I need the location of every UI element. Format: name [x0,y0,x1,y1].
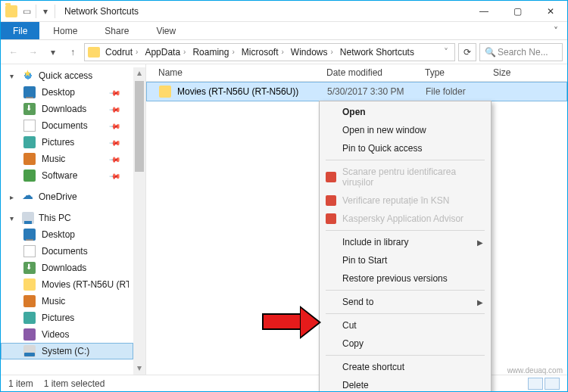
refresh-button[interactable]: ⟳ [458,43,476,61]
menu-item[interactable]: Restore previous versions [320,269,491,288]
software-icon [23,170,36,182]
folder-icon [23,278,36,291]
pin-icon: 📌 [109,86,121,98]
pc-icon [22,212,34,224]
sidebar-item[interactable]: Desktop📌 [1,84,133,101]
breadcrumb: Roaming› [191,47,239,58]
share-tab[interactable]: Share [91,22,142,39]
column-size[interactable]: Size [487,67,567,78]
menu-item[interactable]: Cut [320,316,491,334]
sidebar-item[interactable]: Movies (RT-N56U (RT-N5 [1,276,133,293]
back-button[interactable]: ← [5,44,22,61]
folder-icon [88,47,100,58]
menu-item[interactable]: Open [320,103,491,121]
app-icon [326,195,336,206]
column-headers[interactable]: Name Date modified Type Size [146,64,567,82]
app-icon [326,172,336,182]
breadcrumb: Windows› [289,47,338,58]
pin-icon: 📌 [109,170,121,182]
address-bar[interactable]: Codrut› AppData› Roaming› Microsoft› Win… [84,43,455,61]
cloud-icon [22,191,34,203]
sidebar-item[interactable]: Music [1,293,133,310]
menu-item[interactable]: Scanare pentru identificarea virușilor [320,163,491,191]
thumbnails-view-button[interactable] [545,378,560,390]
minimize-button[interactable]: — [467,1,501,22]
sidebar-item[interactable]: Pictures📌 [1,134,133,151]
column-type[interactable]: Type [419,67,487,78]
chevron-right-icon: ▶ [477,298,483,306]
file-name: Movies (RT-N56U (RT-N56U)) [177,86,298,97]
desktop-icon [23,86,36,98]
file-date: 5/30/2017 3:30 PM [321,86,420,97]
sidebar-item[interactable]: Documents📌 [1,117,133,134]
forward-button[interactable]: → [25,44,42,61]
pin-icon: 📌 [109,103,121,115]
close-button[interactable]: ✕ [534,1,567,22]
sidebar-item[interactable]: Music📌 [1,151,133,167]
menu-item[interactable]: Kaspersky Application Advisor [320,210,491,228]
menu-item[interactable]: Pin to Start [320,251,491,269]
music-icon [23,295,36,307]
address-dropdown-icon[interactable]: ˅ [441,47,451,58]
sidebar-item[interactable]: Pictures [1,310,133,326]
window-title: Network Shortcuts [60,6,467,17]
desktop-icon [23,229,36,241]
up-button[interactable]: ↑ [64,44,81,61]
pin-icon: 📌 [109,120,121,132]
pictures-icon [23,312,36,324]
file-type: File folder [420,86,488,97]
menu-item[interactable]: Verificare reputație în KSN [320,191,491,210]
videos-icon [23,328,36,341]
sidebar-item[interactable]: Videos [1,326,133,343]
qat-dropdown-icon[interactable]: ▾ [39,5,51,17]
pictures-icon [23,136,36,148]
maximize-button[interactable]: ▢ [501,1,534,22]
sidebar-item[interactable]: Downloads [1,260,133,276]
pin-icon: 📌 [109,136,121,148]
file-tab[interactable]: File [1,22,39,39]
chevron-right-icon: ▶ [477,238,483,247]
documents-icon [23,120,36,132]
qat-new-folder-icon[interactable]: ▭ [20,5,33,17]
column-date[interactable]: Date modified [320,67,419,78]
sidebar-item[interactable]: System (C:) [1,343,133,359]
menu-item[interactable]: Delete [320,376,491,392]
star-icon [22,70,34,82]
breadcrumb: Codrut› [104,47,142,58]
expand-ribbon-button[interactable]: ˅ [545,22,567,39]
status-item-count: 1 item [8,378,33,389]
home-tab[interactable]: Home [39,22,91,39]
sidebar-item[interactable]: Desktop [1,226,133,243]
recent-locations-button[interactable]: ▾ [45,44,61,61]
menu-item[interactable]: Open in new window [320,121,491,139]
sidebar-item[interactable]: Software📌 [1,167,133,184]
breadcrumb: Microsoft› [240,47,289,58]
annotation-arrow [262,313,300,330]
file-row[interactable]: Movies (RT-N56U (RT-N56U)) 5/30/2017 3:3… [146,82,567,101]
details-view-button[interactable] [528,378,543,390]
search-placeholder: Search Ne... [498,47,548,58]
search-box[interactable]: 🔍 Search Ne... [479,43,563,61]
breadcrumb: AppData› [143,47,190,58]
title-bar: ▭ ▾ Network Shortcuts — ▢ ✕ [1,1,567,22]
sidebar-onedrive[interactable]: ▸ OneDrive [1,188,133,205]
documents-icon [23,245,36,257]
sidebar-quick-access[interactable]: ▾ Quick access [1,67,133,84]
menu-item[interactable]: Pin to Quick access [320,139,491,157]
menu-item[interactable]: Create shortcut [320,358,491,376]
downloads-icon [23,262,36,274]
view-tab[interactable]: View [142,22,189,39]
context-menu: OpenOpen in new windowPin to Quick acces… [319,101,492,392]
status-selected: 1 item selected [44,378,105,389]
breadcrumb: Network Shortcuts [339,47,416,58]
folder-icon [159,86,171,98]
music-icon [23,153,36,165]
column-name[interactable]: Name [146,67,320,78]
menu-item[interactable]: Include in library▶ [320,233,491,251]
sidebar-item[interactable]: Documents [1,243,133,260]
menu-item[interactable]: Copy [320,334,491,353]
menu-item[interactable]: Send to▶ [320,293,491,311]
sidebar-this-pc[interactable]: ▾ This PC [1,210,133,226]
sidebar-item[interactable]: Downloads📌 [1,101,133,117]
sidebar-scrollbar[interactable]: ▴▾ [133,67,145,375]
